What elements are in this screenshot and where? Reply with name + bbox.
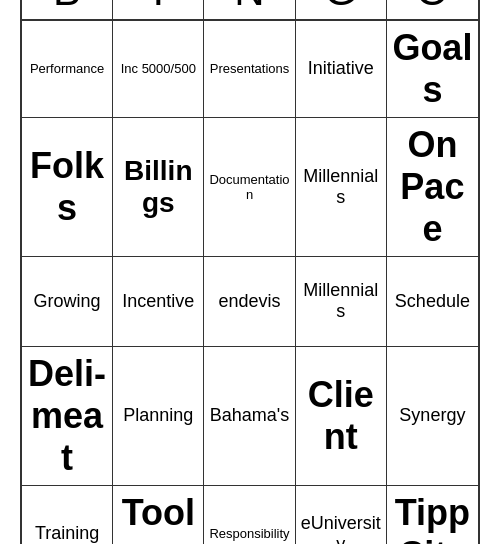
bingo-cell-4: Goals [387, 21, 478, 118]
bingo-cell-23: eUniversity [296, 486, 387, 545]
cell-text-22: Responsibility [209, 526, 289, 541]
bingo-cell-7: Documentation [204, 118, 295, 257]
cell-text-14: Schedule [395, 291, 470, 312]
cell-text-21: Tools [117, 492, 199, 545]
bingo-cell-18: Client [296, 347, 387, 486]
cell-text-6: Billings [117, 155, 199, 219]
bingo-letter-G: G [296, 0, 387, 19]
bingo-cell-2: Presentations [204, 21, 295, 118]
bingo-letter-B: B [22, 0, 113, 19]
bingo-cell-21: Tools [113, 486, 204, 545]
bingo-cell-10: Growing [22, 257, 113, 347]
cell-text-16: Planning [123, 405, 193, 426]
cell-text-18: Client [300, 374, 382, 458]
cell-text-12: endevis [218, 291, 280, 312]
cell-text-2: Presentations [210, 61, 290, 76]
bingo-cell-11: Incentive [113, 257, 204, 347]
cell-text-17: Bahama's [210, 405, 289, 426]
bingo-cell-16: Planning [113, 347, 204, 486]
bingo-cell-6: Billings [113, 118, 204, 257]
cell-text-5: Folks [26, 145, 108, 229]
bingo-cell-15: Deli-meat [22, 347, 113, 486]
cell-text-9: OnPace [391, 124, 474, 250]
bingo-cell-20: Training [22, 486, 113, 545]
bingo-letter-O: O [387, 0, 478, 19]
cell-text-11: Incentive [122, 291, 194, 312]
cell-text-19: Synergy [399, 405, 465, 426]
cell-text-3: Initiative [308, 58, 374, 79]
bingo-cell-12: endevis [204, 257, 295, 347]
bingo-card: BINGO PerformanceInc 5000/500Presentatio… [20, 0, 480, 544]
bingo-cell-17: Bahama's [204, 347, 295, 486]
cell-text-15: Deli-meat [26, 353, 108, 479]
bingo-cell-19: Synergy [387, 347, 478, 486]
cell-text-0: Performance [30, 61, 104, 76]
bingo-cell-0: Performance [22, 21, 113, 118]
cell-text-24: TippCity [395, 492, 470, 545]
bingo-cell-8: Millennials [296, 118, 387, 257]
bingo-cell-9: OnPace [387, 118, 478, 257]
bingo-cell-13: Millennials [296, 257, 387, 347]
bingo-cell-22: Responsibility [204, 486, 295, 545]
cell-text-20: Training [35, 523, 99, 544]
bingo-cell-14: Schedule [387, 257, 478, 347]
bingo-cell-1: Inc 5000/500 [113, 21, 204, 118]
bingo-letter-I: I [113, 0, 204, 19]
cell-text-4: Goals [391, 27, 474, 111]
bingo-cell-24: TippCity [387, 486, 478, 545]
cell-text-1: Inc 5000/500 [121, 61, 196, 76]
cell-text-13: Millennials [300, 280, 382, 322]
bingo-header: BINGO [22, 0, 478, 21]
cell-text-23: eUniversity [300, 513, 382, 545]
cell-text-8: Millennials [300, 166, 382, 208]
cell-text-10: Growing [34, 291, 101, 312]
bingo-cell-5: Folks [22, 118, 113, 257]
cell-text-7: Documentation [208, 172, 290, 202]
bingo-cell-3: Initiative [296, 21, 387, 118]
bingo-letter-N: N [204, 0, 295, 19]
bingo-grid: PerformanceInc 5000/500PresentationsInit… [22, 21, 478, 545]
